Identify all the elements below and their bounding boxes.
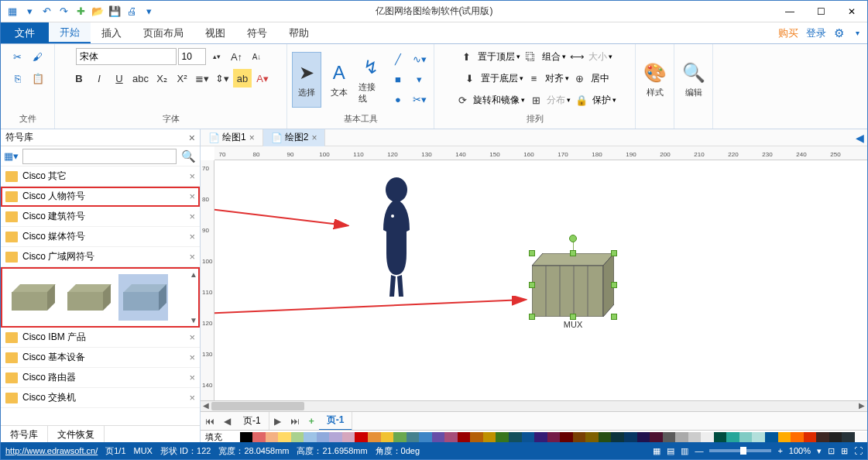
- tab-insert[interactable]: 插入: [91, 22, 132, 43]
- color-swatch[interactable]: [675, 432, 688, 443]
- status-url[interactable]: http://www.edrawsoft.cn/: [5, 446, 98, 455]
- paste-icon[interactable]: 📋: [29, 69, 47, 88]
- redo-icon[interactable]: ↷: [57, 5, 70, 19]
- scroll-thumb[interactable]: [211, 402, 304, 410]
- color-swatch[interactable]: [624, 432, 637, 443]
- size-icon[interactable]: ⟷: [568, 47, 587, 66]
- color-swatch[interactable]: [637, 432, 650, 443]
- color-swatch[interactable]: [804, 432, 817, 443]
- sel-handle-w[interactable]: [529, 282, 535, 288]
- edit-button[interactable]: 🔍 编辑: [679, 52, 708, 108]
- lib-item-cisco-building[interactable]: Cisco 建筑符号×: [1, 207, 200, 227]
- lib-close-icon[interactable]: ×: [189, 352, 195, 363]
- canvas-shape-woman[interactable]: [369, 176, 424, 300]
- bring-front-label[interactable]: 置于顶层: [478, 50, 515, 64]
- color-swatch[interactable]: [407, 432, 420, 443]
- lib-close-icon[interactable]: ×: [189, 211, 195, 222]
- protect-label[interactable]: 保护: [592, 94, 611, 107]
- group-icon[interactable]: ⿻: [522, 47, 540, 66]
- color-swatch[interactable]: [227, 432, 240, 443]
- library-picker-icon[interactable]: ▦▾: [4, 150, 19, 162]
- maximize-button[interactable]: ☐: [805, 1, 836, 22]
- distribute-icon[interactable]: ⊞: [527, 91, 545, 109]
- rotate-icon[interactable]: ⟳: [453, 91, 472, 109]
- color-swatch[interactable]: [739, 432, 753, 443]
- lib-shape-box1[interactable]: [7, 274, 57, 321]
- color-swatch[interactable]: [829, 432, 842, 443]
- line-shape-icon[interactable]: ╱: [389, 50, 407, 69]
- zoom-slider[interactable]: [709, 449, 771, 452]
- color-swatch[interactable]: [470, 432, 483, 443]
- color-swatch[interactable]: [573, 432, 586, 443]
- increase-font-icon[interactable]: A↑: [228, 47, 246, 66]
- zoom-knob[interactable]: [740, 447, 746, 455]
- highlight-icon[interactable]: ab: [233, 69, 252, 88]
- send-back-icon[interactable]: ⬇: [461, 69, 479, 88]
- size-label[interactable]: 大小: [588, 50, 607, 64]
- ellipse-shape-icon[interactable]: ●: [389, 91, 407, 109]
- zoom-in-icon[interactable]: +: [777, 446, 782, 455]
- undo-icon[interactable]: ↶: [39, 5, 53, 19]
- group-label[interactable]: 组合: [542, 50, 561, 64]
- page-tab-1[interactable]: 页-1: [235, 412, 269, 431]
- view-mode-2-icon[interactable]: ▤: [667, 446, 674, 456]
- color-swatch[interactable]: [291, 432, 304, 443]
- search-icon[interactable]: 🔍: [180, 148, 197, 165]
- lib-close-icon[interactable]: ×: [189, 251, 195, 263]
- color-swatch[interactable]: [560, 432, 573, 443]
- font-size-input[interactable]: [178, 48, 206, 65]
- line-spacing-icon[interactable]: ⇕▾: [213, 69, 232, 88]
- decrease-font-icon[interactable]: A↓: [248, 47, 266, 66]
- distribute-label[interactable]: 分布: [547, 94, 565, 107]
- lib-item-cisco-people[interactable]: Cisco 人物符号×: [1, 187, 200, 207]
- color-swatch[interactable]: [714, 432, 727, 443]
- print-icon[interactable]: 🖨: [125, 5, 139, 19]
- protect-icon[interactable]: 🔒: [572, 91, 591, 109]
- expand-right-panel-icon[interactable]: ◀: [852, 132, 867, 144]
- qat-more-icon[interactable]: ▾: [142, 5, 156, 19]
- sidebar-tab-library[interactable]: 符号库: [1, 426, 48, 444]
- sidebar-close-icon[interactable]: ×: [189, 132, 195, 144]
- lib-close-icon[interactable]: ×: [189, 331, 195, 343]
- doc-tab-1[interactable]: 📄绘图1×: [201, 129, 263, 146]
- subscript-icon[interactable]: X₂: [153, 69, 171, 88]
- copy-icon[interactable]: ⎘: [9, 69, 27, 88]
- page-tab-active[interactable]: 页-1: [319, 412, 353, 431]
- fit-width-icon[interactable]: ⊞: [841, 446, 848, 456]
- italic-button[interactable]: I: [90, 69, 108, 88]
- color-swatch[interactable]: [278, 432, 291, 443]
- lib-shape-rack-selected[interactable]: [118, 274, 168, 321]
- save-icon[interactable]: 💾: [108, 5, 122, 19]
- color-swatch[interactable]: [663, 432, 676, 443]
- view-mode-1-icon[interactable]: ▦: [653, 446, 660, 456]
- new-icon[interactable]: ✚: [74, 5, 87, 19]
- sidebar-tab-recovery[interactable]: 文件恢复: [48, 426, 105, 444]
- scroll-up-icon[interactable]: ▲: [189, 270, 198, 279]
- color-swatch[interactable]: [778, 432, 791, 443]
- scroll-down-icon[interactable]: ▼: [189, 316, 198, 324]
- fit-page-icon[interactable]: ⊡: [828, 446, 835, 456]
- crop-icon[interactable]: ✂▾: [410, 91, 429, 109]
- color-swatch[interactable]: [496, 432, 509, 443]
- horizontal-scrollbar[interactable]: ◀ ▶: [201, 400, 867, 411]
- buy-link[interactable]: 购买: [778, 26, 798, 40]
- align-icon[interactable]: ≡: [525, 69, 544, 88]
- page-last-icon[interactable]: ⏭: [286, 416, 304, 427]
- login-link[interactable]: 登录: [806, 26, 826, 40]
- lib-item-cisco-switch[interactable]: Cisco 交换机×: [1, 388, 200, 408]
- page-next-icon[interactable]: ▶: [269, 416, 286, 427]
- zoom-out-icon[interactable]: —: [695, 446, 703, 455]
- scroll-left-icon[interactable]: ◀: [201, 401, 211, 411]
- doc-tab-close-icon[interactable]: ×: [249, 132, 255, 143]
- lib-item-cisco-other[interactable]: Cisco 其它×: [1, 166, 200, 187]
- color-swatch[interactable]: [444, 432, 458, 443]
- canvas-shape-mux-selected[interactable]: MUX: [532, 253, 614, 317]
- curve-shape-icon[interactable]: ∿▾: [410, 50, 429, 69]
- bold-button[interactable]: B: [70, 69, 88, 88]
- qat-grid-icon[interactable]: ▦: [5, 5, 19, 19]
- tab-home[interactable]: 开始: [49, 22, 91, 43]
- rect-shape-icon[interactable]: ■: [389, 70, 407, 89]
- bullet-list-icon[interactable]: ≣▾: [193, 69, 211, 88]
- settings-dropdown-icon[interactable]: ▾: [856, 29, 859, 37]
- color-swatch[interactable]: [304, 432, 317, 443]
